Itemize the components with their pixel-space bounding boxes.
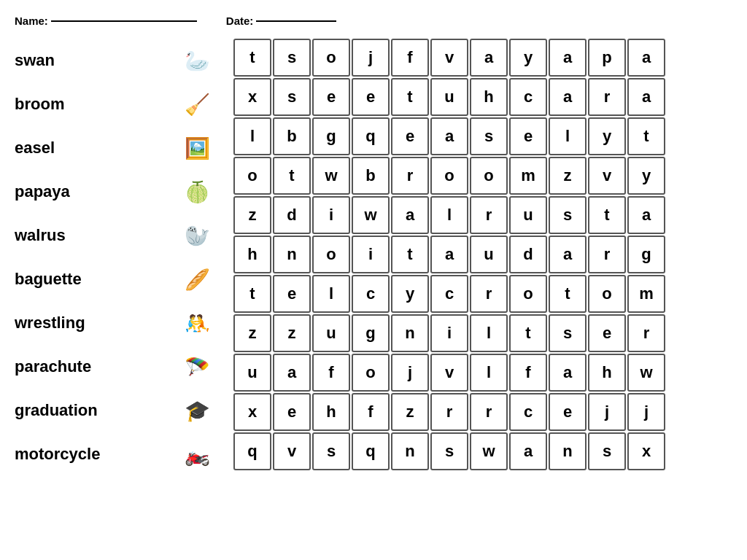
grid-cell-8-5: v (430, 354, 468, 392)
grid-cell-8-0: u (233, 354, 271, 392)
word-icon-papaya: 🍈 (175, 172, 219, 212)
word-icon-broom: 🧹 (175, 85, 219, 125)
grid-cell-5-1: n (273, 236, 311, 273)
grid-cell-6-1: e (273, 275, 311, 313)
word-item-parachute: parachute🪂 (15, 345, 219, 389)
grid-cell-6-7: o (509, 275, 547, 313)
grid-cell-2-3: q (352, 117, 390, 155)
grid-cell-10-3: q (352, 432, 390, 470)
grid-cell-3-0: o (233, 157, 271, 195)
word-label-easel: easel (15, 139, 55, 158)
grid-cell-10-6: w (470, 432, 508, 470)
grid-cell-3-9: v (588, 157, 626, 195)
name-underline[interactable] (51, 20, 197, 22)
date-label: Date: (226, 15, 254, 27)
grid-cell-3-2: w (312, 157, 350, 195)
grid-cell-8-10: w (627, 354, 665, 392)
grid-cell-2-10: t (627, 117, 665, 155)
grid-cell-1-7: c (509, 78, 547, 116)
word-search-grid: tsojfvayapaxseetuhcaralbgqeaselytotwbroo… (233, 39, 732, 470)
word-item-wrestling: wrestling🤼 (15, 301, 219, 345)
grid-cell-7-0: z (233, 314, 271, 352)
grid-cell-1-9: r (588, 78, 626, 116)
word-label-graduation: graduation (15, 401, 98, 420)
word-icon-swan: 🦢 (175, 41, 219, 81)
word-label-baguette: baguette (15, 270, 82, 289)
grid-cell-4-6: r (470, 196, 508, 234)
grid-cell-1-1: s (273, 78, 311, 116)
grid-cell-9-1: e (273, 393, 311, 431)
grid-cell-10-9: s (588, 432, 626, 470)
grid-cell-6-2: l (312, 275, 350, 313)
grid-cell-2-1: b (273, 117, 311, 155)
grid-cell-4-8: s (549, 196, 587, 234)
grid-cell-1-6: h (470, 78, 508, 116)
grid-cell-9-6: r (470, 393, 508, 431)
grid-cell-1-5: u (430, 78, 468, 116)
grid-cell-5-4: t (391, 236, 429, 273)
word-item-walrus: walrus🦭 (15, 214, 219, 257)
main-content: swan🦢broom🧹easel🖼️papaya🍈walrus🦭baguette… (15, 39, 732, 476)
word-icon-graduation: 🎓 (175, 391, 219, 431)
grid-cell-0-5: v (430, 39, 468, 77)
grid-cell-4-4: a (391, 196, 429, 234)
word-label-parachute: parachute (15, 357, 91, 376)
word-item-swan: swan🦢 (15, 39, 219, 82)
word-icon-wrestling: 🤼 (175, 303, 219, 343)
grid-cell-5-3: i (352, 236, 390, 273)
word-icon-baguette: 🥖 (175, 260, 219, 300)
name-label: Name: (15, 15, 48, 27)
word-icon-parachute: 🪂 (175, 347, 219, 387)
grid-cell-7-4: n (391, 314, 429, 352)
word-item-motorcycle: motorcycle🏍️ (15, 432, 219, 476)
word-label-swan: swan (15, 51, 55, 70)
grid-cell-5-5: a (430, 236, 468, 273)
grid-cell-7-3: g (352, 314, 390, 352)
grid-cell-2-6: s (470, 117, 508, 155)
grid-cell-10-4: n (391, 432, 429, 470)
grid-cell-5-2: o (312, 236, 350, 273)
grid-cell-10-7: a (509, 432, 547, 470)
grid-cell-4-7: u (509, 196, 547, 234)
grid-cell-4-3: w (352, 196, 390, 234)
word-label-wrestling: wrestling (15, 314, 85, 332)
grid-cell-6-9: o (588, 275, 626, 313)
grid-cell-0-0: t (233, 39, 271, 77)
word-label-motorcycle: motorcycle (15, 445, 100, 464)
word-icon-motorcycle: 🏍️ (175, 435, 219, 475)
grid-cell-7-5: i (430, 314, 468, 352)
grid-cell-9-2: h (312, 393, 350, 431)
grid-cell-3-1: t (273, 157, 311, 195)
grid-cell-5-8: a (549, 236, 587, 273)
grid-cell-10-10: x (627, 432, 665, 470)
grid-cell-5-6: u (470, 236, 508, 273)
grid-container: tsojfvayapaxseetuhcaralbgqeaselytotwbroo… (233, 39, 732, 476)
word-label-walrus: walrus (15, 226, 66, 245)
grid-cell-4-0: z (233, 196, 271, 234)
grid-cell-5-10: g (627, 236, 665, 273)
grid-cell-7-2: u (312, 314, 350, 352)
grid-cell-9-5: r (430, 393, 468, 431)
grid-cell-2-2: g (312, 117, 350, 155)
grid-cell-6-10: m (627, 275, 665, 313)
grid-cell-4-1: d (273, 196, 311, 234)
grid-cell-2-7: e (509, 117, 547, 155)
grid-cell-4-9: t (588, 196, 626, 234)
grid-cell-2-4: e (391, 117, 429, 155)
date-underline[interactable] (256, 20, 336, 22)
grid-cell-6-4: y (391, 275, 429, 313)
grid-cell-9-0: x (233, 393, 271, 431)
grid-cell-1-4: t (391, 78, 429, 116)
grid-cell-0-1: s (273, 39, 311, 77)
header: Name: Date: (15, 15, 732, 27)
grid-cell-0-8: a (549, 39, 587, 77)
grid-cell-6-5: c (430, 275, 468, 313)
grid-cell-0-9: p (588, 39, 626, 77)
grid-cell-10-8: n (549, 432, 587, 470)
grid-cell-7-8: s (549, 314, 587, 352)
grid-cell-10-1: v (273, 432, 311, 470)
grid-cell-9-10: j (627, 393, 665, 431)
grid-cell-8-1: a (273, 354, 311, 392)
grid-cell-3-3: b (352, 157, 390, 195)
grid-cell-1-0: x (233, 78, 271, 116)
